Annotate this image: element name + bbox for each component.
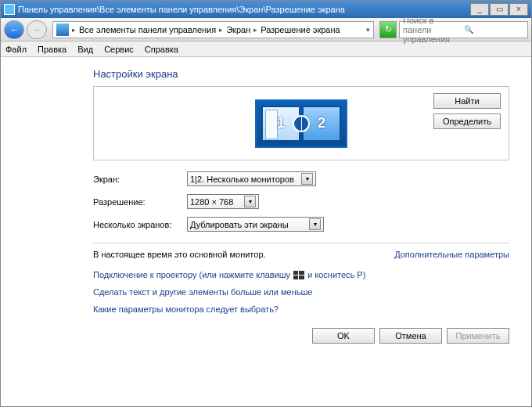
breadcrumb[interactable]: Все элементы панели управления (79, 25, 216, 34)
chevron-down-icon: ▾ (301, 173, 313, 185)
resolution-value: 1280 × 768 (190, 197, 242, 207)
cancel-button[interactable]: Отмена (379, 328, 442, 344)
menu-file[interactable]: Файл (5, 45, 27, 54)
breadcrumb[interactable]: Экран (226, 25, 250, 34)
which-settings-link[interactable]: Какие параметры монитора следует выбрать… (93, 304, 509, 314)
minimize-button[interactable]: _ (470, 3, 489, 16)
refresh-button[interactable]: ↻ (379, 21, 397, 38)
forward-button[interactable]: → (27, 20, 47, 39)
primary-monitor-status: В настоящее время это основной монитор. (93, 250, 394, 259)
titlebar-path: Панель управления\Все элементы панели уп… (18, 5, 470, 14)
content-area: Настройки экрана Найти Определить 1 2 Эк… (1, 57, 531, 351)
display-value: 1|2. Несколько мониторов (190, 175, 299, 184)
menu-edit[interactable]: Правка (38, 45, 66, 54)
label-multi: Несколько экранов: (93, 220, 187, 229)
nav-toolbar: ← → ▸ Все элементы панели управления ▸ Э… (1, 18, 531, 41)
monitor-group[interactable]: 1 2 (255, 99, 347, 148)
breadcrumb[interactable]: Разрешение экрана (261, 25, 340, 34)
maximize-button[interactable]: ▭ (490, 3, 509, 16)
forward-icon: → (33, 25, 41, 34)
app-icon (4, 4, 15, 15)
location-icon (56, 23, 69, 36)
search-icon: 🔍 (464, 25, 525, 34)
dialog-buttons: OK Отмена Применить (93, 328, 509, 344)
menu-view[interactable]: Вид (77, 45, 93, 54)
page-heading: Настройки экрана (93, 68, 509, 80)
resolution-dropdown[interactable]: 1280 × 768 ▾ (187, 194, 259, 209)
multi-display-dropdown[interactable]: Дублировать эти экраны ▾ (187, 217, 324, 232)
back-icon: ← (10, 25, 19, 34)
apply-button[interactable]: Применить (447, 328, 509, 344)
back-button[interactable]: ← (4, 20, 24, 39)
crumb-sep: ▸ (253, 26, 257, 34)
display-preview: Найти Определить 1 2 (93, 86, 509, 160)
menu-bar: Файл Правка Вид Сервис Справка (1, 41, 531, 57)
display-dropdown[interactable]: 1|2. Несколько мониторов ▾ (187, 171, 316, 186)
search-box[interactable]: Поиск в панели управления 🔍 (399, 21, 528, 38)
label-resolution: Разрешение: (93, 197, 187, 207)
crumb-sep: ▸ (72, 26, 76, 34)
identify-button[interactable]: Определить (433, 113, 501, 129)
textsize-link[interactable]: Сделать текст и другие элементы больше и… (93, 287, 509, 297)
multi-display-value: Дублировать эти экраны (190, 220, 307, 229)
menu-help[interactable]: Справка (145, 45, 178, 54)
ok-button[interactable]: OK (312, 328, 375, 344)
label-display: Экран: (93, 175, 187, 184)
mirror-badge-icon (293, 115, 310, 132)
search-placeholder: Поиск в панели управления (403, 16, 464, 44)
address-bar[interactable]: ▸ Все элементы панели управления ▸ Экран… (52, 21, 374, 38)
crumb-sep: ▸ (219, 26, 223, 34)
advanced-settings-link[interactable]: Дополнительные параметры (394, 250, 509, 259)
find-button[interactable]: Найти (433, 93, 501, 109)
projector-link[interactable]: Подключение к проектору (или нажмите кла… (93, 270, 509, 279)
chevron-down-icon: ▾ (244, 196, 256, 207)
history-dropdown-icon[interactable]: ▾ (366, 26, 370, 34)
menu-tools[interactable]: Сервис (104, 45, 134, 54)
chevron-down-icon: ▾ (309, 218, 321, 230)
divider (93, 243, 509, 243)
refresh-icon: ↻ (385, 24, 392, 34)
windows-key-icon (293, 271, 304, 279)
close-button[interactable]: × (509, 3, 528, 16)
